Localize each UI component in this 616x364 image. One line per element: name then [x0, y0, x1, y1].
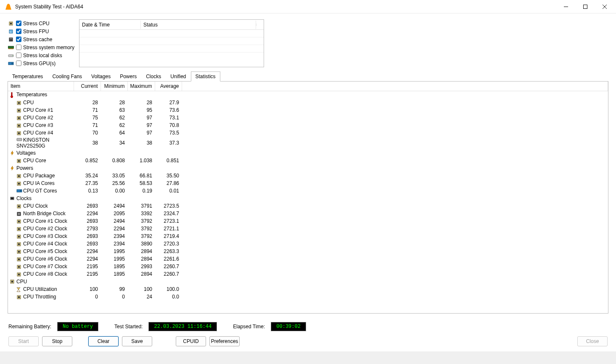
category-label: Clocks: [16, 195, 32, 201]
data-row[interactable]: CPU Utilization10099100100.0: [8, 285, 608, 293]
tab-unified[interactable]: Unified: [166, 71, 190, 82]
cell-current: 100: [74, 285, 100, 293]
started-value: 22.03.2023 11:16:44: [148, 322, 217, 331]
stress-checkbox[interactable]: [16, 61, 21, 66]
data-row[interactable]: CPU Core #1 Clock2693249437922723.1: [8, 217, 608, 225]
data-row[interactable]: CPU Core #171639573.6: [8, 106, 608, 114]
cell-minimum: 25.56: [100, 179, 127, 187]
data-row[interactable]: North Bridge Clock2294209533922324.7: [8, 210, 608, 217]
clear-button[interactable]: Clear: [88, 336, 119, 346]
svg-point-36: [20, 190, 21, 192]
stop-button[interactable]: Stop: [42, 336, 72, 346]
cell-average: 37.3: [155, 137, 182, 149]
cell-maximum: 3890: [127, 240, 155, 248]
status-col-spacer: [256, 24, 264, 26]
maximize-button[interactable]: [576, 0, 595, 13]
data-row[interactable]: CPU Core #3 Clock2693239437922719.4: [8, 232, 608, 240]
stress-checkbox[interactable]: [16, 37, 21, 42]
tab-powers[interactable]: Powers: [115, 71, 141, 82]
data-row[interactable]: CPU Core #7 Clock2195189529932260.7: [8, 263, 608, 270]
svg-rect-34: [18, 183, 20, 185]
stress-label: Stress local disks: [23, 53, 62, 58]
data-row[interactable]: CPU Package35.2433.0566.8135.50: [8, 172, 608, 179]
ssd-icon: [16, 138, 21, 142]
cell-average: 70.8: [155, 121, 182, 129]
col-average[interactable]: Average: [155, 82, 182, 91]
cpuid-button[interactable]: CPUID: [176, 336, 206, 346]
tab-cooling-fans[interactable]: Cooling Fans: [48, 71, 87, 82]
cell-maximum: 2993: [127, 263, 155, 270]
data-row[interactable]: CPU Core #6 Clock2294199528942261.6: [8, 255, 608, 263]
cell-current: 0.852: [74, 157, 100, 164]
save-button[interactable]: Save: [122, 336, 152, 346]
status-col-datetime[interactable]: Date & Time: [79, 21, 141, 29]
cache-chip-icon: [8, 36, 14, 43]
cell-maximum: 3792: [127, 232, 155, 240]
chip-icon: [16, 116, 21, 120]
cell-current: 2793: [74, 225, 100, 232]
cell-maximum: 2894: [127, 255, 155, 263]
data-row[interactable]: CPU Core #275629773.1: [8, 114, 608, 121]
svg-point-17: [11, 96, 13, 98]
preferences-button[interactable]: Preferences: [209, 336, 240, 346]
close-button-bottom[interactable]: Close: [577, 336, 608, 346]
cell-current: 28: [74, 99, 100, 106]
tab-statistics[interactable]: Statistics: [191, 71, 220, 82]
cell-minimum: 0.00: [100, 187, 127, 195]
chip-icon: [16, 234, 21, 238]
cell-average: 2263.3: [155, 248, 182, 255]
tab-temperatures[interactable]: Temperatures: [8, 71, 48, 82]
minimize-button[interactable]: [556, 0, 576, 13]
data-row[interactable]: CPU IA Cores27.3525.5658.5327.86: [8, 179, 608, 187]
data-row[interactable]: CPU Core #8 Clock2195189528942260.7: [8, 270, 608, 278]
category-row[interactable]: Voltages: [8, 149, 608, 157]
stress-label: Stress CPU: [23, 21, 50, 26]
item-label: CPU Package: [23, 173, 55, 179]
item-label: CPU Core: [23, 158, 46, 164]
chip-icon: [16, 204, 21, 208]
data-row[interactable]: CPU Core #371629770.8: [8, 121, 608, 129]
data-row[interactable]: CPU GT Cores0.130.000.190.01: [8, 187, 608, 195]
col-maximum[interactable]: Maximum: [127, 82, 155, 91]
svg-point-15: [11, 63, 13, 64]
category-label: Voltages: [16, 150, 36, 156]
chip-icon: [16, 131, 21, 135]
stress-checkbox[interactable]: [16, 53, 21, 58]
item-label: North Bridge Clock: [23, 211, 66, 216]
battery-value: No battery: [57, 322, 98, 331]
svg-rect-48: [18, 236, 20, 237]
category-row[interactable]: CPU: [8, 278, 608, 285]
category-row[interactable]: Temperatures: [8, 91, 608, 99]
start-button[interactable]: Start: [8, 336, 39, 346]
col-current[interactable]: Current: [74, 82, 100, 91]
statistics-table: Item Current Minimum Maximum Average Tem…: [8, 82, 608, 301]
item-label: CPU Utilization: [23, 286, 57, 292]
cell-minimum: 2494: [100, 202, 127, 210]
chip-icon: [16, 174, 21, 178]
cell-maximum: 24: [127, 293, 155, 301]
category-row[interactable]: Clocks: [8, 195, 608, 202]
tab-voltages[interactable]: Voltages: [87, 71, 115, 82]
data-row[interactable]: CPU Core #470649773.5: [8, 129, 608, 137]
svg-rect-62: [18, 296, 20, 298]
data-row[interactable]: CPU Core0.8520.8081.0380.851: [8, 157, 608, 164]
col-minimum[interactable]: Minimum: [100, 82, 127, 91]
data-row[interactable]: CPU Core #2 Clock2793229437922721.1: [8, 225, 608, 232]
col-item[interactable]: Item: [8, 82, 74, 91]
cpu-chip-icon: [8, 20, 14, 27]
clock-icon: [10, 196, 16, 201]
data-row[interactable]: KINGSTON SNV2S250G38343837.3: [8, 137, 608, 149]
data-row[interactable]: CPU28282827.9: [8, 99, 608, 106]
stress-checkbox[interactable]: [16, 45, 21, 50]
tab-clocks[interactable]: Clocks: [141, 71, 166, 82]
data-row[interactable]: CPU Clock2693249437912723.5: [8, 202, 608, 210]
stress-checkbox[interactable]: [16, 21, 21, 26]
category-row[interactable]: Powers: [8, 164, 608, 172]
data-row[interactable]: CPU Core #5 Clock2294199528942263.3: [8, 248, 608, 255]
cell-maximum: 3792: [127, 217, 155, 225]
close-button[interactable]: [595, 0, 614, 13]
stress-checkbox[interactable]: [16, 29, 21, 34]
status-col-status[interactable]: Status: [141, 21, 256, 29]
data-row[interactable]: CPU Throttling00240.0: [8, 293, 608, 301]
data-row[interactable]: CPU Core #4 Clock2693239438902720.3: [8, 240, 608, 248]
